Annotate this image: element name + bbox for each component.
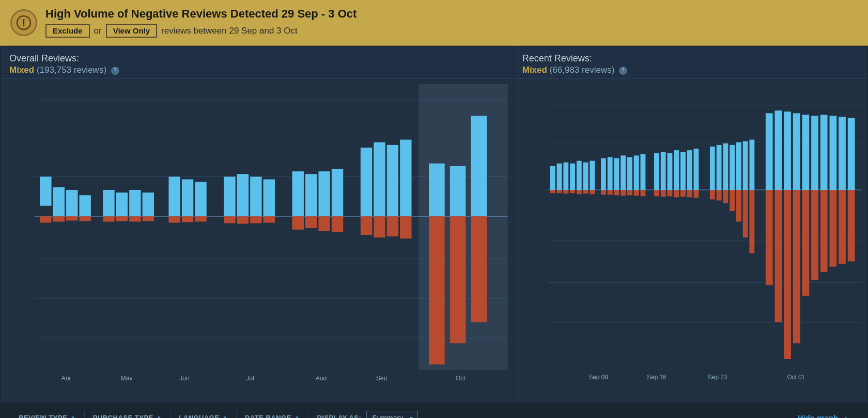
overall-count: (193,753 reviews) (37, 65, 106, 75)
svg-rect-51 (305, 174, 317, 216)
overall-chart-panel: Overall Reviews: Mixed (193,753 reviews)… (1, 47, 513, 401)
svg-rect-134 (710, 190, 715, 199)
svg-rect-97 (570, 164, 575, 190)
svg-rect-28 (103, 216, 114, 221)
svg-rect-126 (674, 190, 679, 197)
svg-rect-111 (621, 155, 626, 190)
svg-rect-122 (661, 190, 666, 197)
svg-rect-92 (550, 190, 555, 193)
svg-rect-159 (820, 115, 828, 190)
recent-chart-panel: Recent Reviews: Mixed (66,983 reviews) ?… (514, 47, 867, 401)
svg-rect-158 (811, 190, 818, 280)
display-as-select[interactable]: Summary Detailed (366, 411, 418, 419)
svg-rect-113 (627, 157, 632, 190)
svg-text:Oct: Oct (456, 375, 466, 380)
svg-rect-43 (237, 174, 249, 216)
overall-chart-svg: 15000 10000 5000 0 5000 10000 15000 2000… (35, 84, 508, 380)
svg-rect-25 (79, 195, 90, 216)
svg-rect-152 (784, 190, 791, 359)
svg-text:Jul: Jul (246, 375, 254, 380)
overall-status: Mixed (9, 65, 34, 75)
svg-rect-21 (53, 187, 65, 216)
svg-rect-62 (387, 216, 398, 236)
exclude-button[interactable]: Exclude (45, 24, 90, 38)
overall-chart-svg-container: 15000 10000 5000 0 5000 10000 15000 2000… (1, 79, 513, 401)
svg-rect-58 (361, 216, 372, 235)
svg-rect-150 (774, 190, 782, 322)
svg-rect-118 (640, 190, 645, 196)
view-only-button[interactable]: View Only (106, 24, 157, 38)
svg-rect-114 (627, 190, 632, 195)
overall-heading: Overall Reviews: (9, 53, 505, 64)
svg-rect-24 (66, 216, 78, 220)
svg-rect-133 (710, 147, 715, 190)
svg-rect-26 (79, 216, 90, 221)
svg-rect-128 (680, 190, 686, 197)
svg-rect-61 (387, 145, 398, 216)
svg-rect-63 (400, 140, 411, 217)
svg-rect-136 (716, 190, 721, 201)
svg-rect-48 (264, 216, 275, 222)
svg-rect-103 (590, 161, 595, 190)
svg-rect-98 (570, 190, 575, 193)
svg-rect-116 (634, 190, 639, 196)
svg-rect-155 (802, 115, 809, 190)
review-type-chevron-icon: ▼ (70, 415, 75, 418)
language-filter[interactable]: LANGUAGE ▼ (171, 410, 237, 418)
svg-rect-166 (848, 190, 855, 261)
svg-rect-57 (361, 148, 372, 216)
date-range-label: DATE RANGE (245, 414, 291, 418)
svg-rect-144 (742, 190, 748, 237)
svg-rect-131 (693, 149, 699, 190)
svg-rect-143 (742, 141, 748, 190)
svg-rect-49 (292, 171, 304, 216)
hide-graph-button[interactable]: Hide graph ▲ (789, 409, 858, 418)
recent-count: (66,983 reviews) (550, 65, 615, 75)
recent-help-icon[interactable]: ? (619, 67, 627, 75)
svg-rect-46 (250, 216, 261, 223)
purchase-type-filter[interactable]: PURCHASE TYPE ▼ (85, 410, 171, 418)
display-as-select-wrapper: Summary Detailed (366, 411, 418, 419)
date-range-filter[interactable]: DATE RANGE ▼ (237, 410, 308, 418)
svg-rect-163 (839, 117, 846, 190)
svg-rect-151 (784, 111, 791, 190)
svg-rect-161 (829, 116, 836, 190)
svg-rect-149 (774, 110, 782, 190)
svg-rect-123 (667, 153, 672, 190)
svg-rect-142 (736, 190, 741, 222)
svg-rect-124 (667, 190, 672, 196)
display-as-label: DISPLAY AS: (317, 414, 361, 418)
svg-rect-140 (730, 190, 735, 211)
svg-rect-60 (374, 216, 385, 237)
hide-graph-label: Hide graph (798, 413, 838, 418)
alert-content: High Volume of Negative Reviews Detected… (45, 7, 357, 38)
svg-rect-129 (687, 150, 692, 190)
svg-text:May: May (121, 375, 133, 380)
svg-rect-164 (839, 190, 846, 264)
svg-rect-69 (471, 116, 487, 217)
review-type-filter[interactable]: REVIEW TYPE ▼ (10, 410, 85, 418)
purchase-type-chevron-icon: ▼ (157, 415, 162, 418)
svg-rect-138 (723, 190, 728, 203)
svg-rect-162 (829, 190, 836, 267)
svg-rect-127 (680, 152, 686, 190)
svg-rect-137 (723, 143, 728, 190)
recent-chart-svg: 4000 2000 0 2000 4000 6000 8000 (548, 84, 862, 380)
overall-help-icon[interactable]: ? (111, 67, 119, 75)
svg-rect-30 (116, 216, 128, 221)
svg-rect-47 (264, 180, 275, 217)
svg-rect-34 (143, 216, 154, 221)
alert-icon: ! (10, 9, 37, 36)
svg-rect-141 (736, 142, 741, 190)
svg-rect-165 (848, 118, 855, 190)
svg-rect-65 (429, 164, 445, 217)
svg-rect-91 (550, 166, 555, 190)
svg-text:!: ! (22, 18, 25, 28)
svg-rect-119 (654, 153, 659, 190)
svg-rect-112 (621, 190, 626, 196)
svg-text:Jun: Jun (179, 375, 190, 380)
recent-rating: Mixed (66,983 reviews) ? (522, 65, 859, 75)
svg-rect-99 (577, 161, 582, 190)
svg-rect-148 (766, 190, 773, 285)
svg-rect-32 (129, 216, 141, 221)
